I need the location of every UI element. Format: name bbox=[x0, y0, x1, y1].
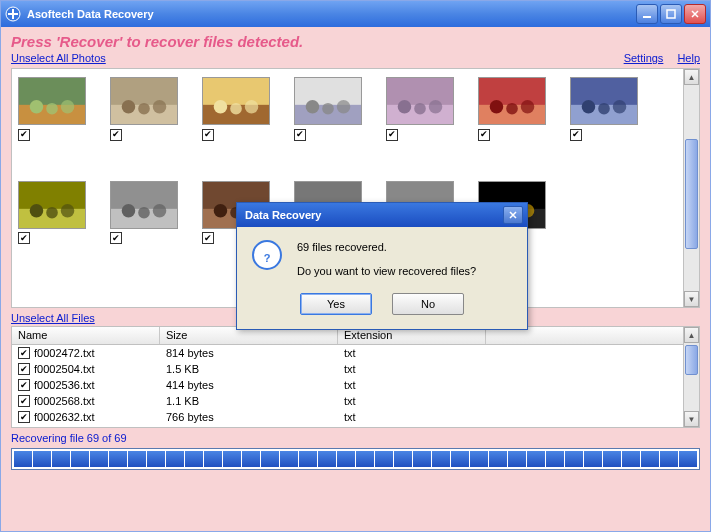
file-checkbox[interactable]: ✔ bbox=[18, 395, 30, 407]
scroll-down-button[interactable]: ▼ bbox=[684, 411, 699, 427]
progress-segment bbox=[71, 451, 89, 467]
photo-item[interactable]: ✔ bbox=[478, 77, 546, 141]
file-name: f0002504.txt bbox=[34, 363, 95, 375]
table-row[interactable]: ✔ f0002536.txt 414 bytes txt bbox=[12, 377, 699, 393]
photo-thumbnail[interactable] bbox=[478, 77, 546, 125]
photo-checkbox[interactable]: ✔ bbox=[202, 232, 214, 244]
table-row[interactable]: ✔ f0002568.txt 1.1 KB txt bbox=[12, 393, 699, 409]
yes-button[interactable]: Yes bbox=[300, 293, 372, 315]
window-controls bbox=[636, 4, 706, 24]
photo-checkbox[interactable]: ✔ bbox=[570, 129, 582, 141]
scroll-up-button[interactable]: ▲ bbox=[684, 69, 699, 85]
progress-segment bbox=[261, 451, 279, 467]
svg-point-46 bbox=[138, 206, 150, 218]
photo-checkbox[interactable]: ✔ bbox=[386, 129, 398, 141]
photo-thumbnail[interactable] bbox=[294, 77, 362, 125]
svg-point-20 bbox=[306, 100, 320, 113]
photo-thumbnail[interactable] bbox=[110, 181, 178, 229]
app-icon bbox=[5, 6, 21, 22]
file-name: f0002632.txt bbox=[34, 411, 95, 423]
svg-text:?: ? bbox=[264, 252, 271, 264]
file-scrollbar[interactable]: ▲ ▼ bbox=[683, 327, 699, 427]
progress-segment bbox=[109, 451, 127, 467]
scroll-thumb[interactable] bbox=[685, 139, 698, 249]
photo-checkbox[interactable]: ✔ bbox=[202, 129, 214, 141]
progress-segment bbox=[470, 451, 488, 467]
maximize-button[interactable] bbox=[660, 4, 682, 24]
file-name: f0002472.txt bbox=[34, 347, 95, 359]
file-checkbox[interactable]: ✔ bbox=[18, 347, 30, 359]
file-rows: ✔ f0002472.txt 814 bytes txt ✔ f0002504.… bbox=[12, 345, 699, 425]
table-row[interactable]: ✔ f0002632.txt 766 bytes txt bbox=[12, 409, 699, 425]
minimize-button[interactable] bbox=[636, 4, 658, 24]
file-size: 1.1 KB bbox=[160, 395, 338, 407]
svg-point-25 bbox=[398, 100, 412, 113]
photo-item[interactable]: ✔ bbox=[294, 77, 362, 141]
photo-item[interactable]: ✔ bbox=[202, 77, 270, 141]
table-row[interactable]: ✔ f0002504.txt 1.5 KB txt bbox=[12, 361, 699, 377]
svg-point-7 bbox=[61, 100, 75, 113]
progress-segment bbox=[185, 451, 203, 467]
table-row[interactable]: ✔ f0002472.txt 814 bytes txt bbox=[12, 345, 699, 361]
photo-checkbox[interactable]: ✔ bbox=[478, 129, 490, 141]
photo-thumbnail[interactable] bbox=[18, 77, 86, 125]
settings-link[interactable]: Settings bbox=[624, 52, 664, 64]
photo-item[interactable]: ✔ bbox=[18, 181, 86, 245]
progress-segment bbox=[90, 451, 108, 467]
file-checkbox[interactable]: ✔ bbox=[18, 363, 30, 375]
file-size: 766 bytes bbox=[160, 411, 338, 423]
photo-item[interactable]: ✔ bbox=[18, 77, 86, 141]
no-button[interactable]: No bbox=[392, 293, 464, 315]
photo-thumbnail[interactable] bbox=[202, 77, 270, 125]
photo-checkbox[interactable]: ✔ bbox=[110, 129, 122, 141]
photo-item[interactable]: ✔ bbox=[570, 77, 638, 141]
file-size: 814 bytes bbox=[160, 347, 338, 359]
file-name: f0002536.txt bbox=[34, 379, 95, 391]
progress-segment bbox=[660, 451, 678, 467]
file-checkbox[interactable]: ✔ bbox=[18, 411, 30, 423]
svg-point-16 bbox=[230, 103, 242, 115]
scroll-down-button[interactable]: ▼ bbox=[684, 291, 699, 307]
dialog-title: Data Recovery bbox=[241, 209, 503, 221]
dialog-titlebar: Data Recovery bbox=[237, 203, 527, 227]
photo-checkbox[interactable]: ✔ bbox=[18, 129, 30, 141]
help-link[interactable]: Help bbox=[677, 52, 700, 64]
photo-checkbox[interactable]: ✔ bbox=[294, 129, 306, 141]
photo-checkbox[interactable]: ✔ bbox=[18, 232, 30, 244]
photo-thumbnail[interactable] bbox=[570, 77, 638, 125]
hint-text: Press 'Recover' to recover files detecte… bbox=[11, 33, 700, 50]
svg-point-32 bbox=[521, 100, 535, 113]
photo-thumbnail[interactable] bbox=[386, 77, 454, 125]
photo-thumbnail[interactable] bbox=[18, 181, 86, 229]
progress-segment bbox=[318, 451, 336, 467]
photo-checkbox[interactable]: ✔ bbox=[110, 232, 122, 244]
unselect-photos-link[interactable]: Unselect All Photos bbox=[11, 52, 106, 64]
progress-segment bbox=[280, 451, 298, 467]
file-size: 1.5 KB bbox=[160, 363, 338, 375]
file-size: 414 bytes bbox=[160, 379, 338, 391]
scroll-thumb[interactable] bbox=[685, 345, 698, 375]
confirm-dialog: Data Recovery ? 69 files recovered. Do y… bbox=[236, 202, 528, 330]
links-row: Unselect All Photos Settings Help bbox=[11, 52, 700, 64]
photo-item[interactable]: ✔ bbox=[110, 181, 178, 245]
file-extension: txt bbox=[338, 347, 486, 359]
photo-scrollbar[interactable]: ▲ ▼ bbox=[683, 69, 699, 307]
scroll-up-button[interactable]: ▲ bbox=[684, 327, 699, 343]
progress-segment bbox=[565, 451, 583, 467]
photo-thumbnail[interactable] bbox=[110, 77, 178, 125]
dialog-close-button[interactable] bbox=[503, 206, 523, 224]
photo-item[interactable]: ✔ bbox=[110, 77, 178, 141]
photo-item[interactable]: ✔ bbox=[386, 77, 454, 141]
svg-point-11 bbox=[138, 103, 150, 115]
progress-segment bbox=[204, 451, 222, 467]
question-icon: ? bbox=[251, 239, 283, 271]
progress-segment bbox=[242, 451, 260, 467]
progress-segment bbox=[337, 451, 355, 467]
close-button[interactable] bbox=[684, 4, 706, 24]
file-checkbox[interactable]: ✔ bbox=[18, 379, 30, 391]
svg-point-40 bbox=[30, 204, 44, 217]
col-header-name[interactable]: Name bbox=[12, 327, 160, 344]
svg-point-41 bbox=[46, 206, 58, 218]
svg-point-42 bbox=[61, 204, 75, 217]
dialog-line1: 69 files recovered. bbox=[297, 241, 476, 253]
